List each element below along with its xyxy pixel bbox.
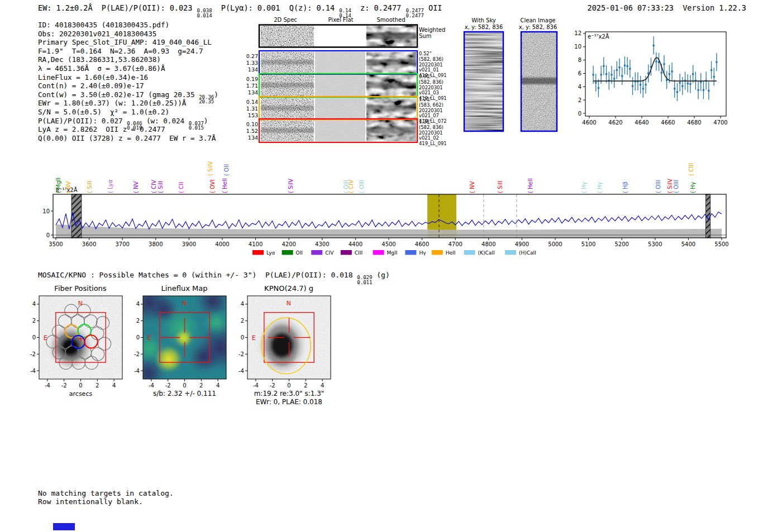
svg-text:4400: 4400 — [349, 241, 363, 247]
cutout-row-left-stats: 0.191.71134 — [240, 76, 258, 95]
svg-text:-4: -4 — [30, 368, 36, 374]
kpno-image-plot: NE-4-4-2-2002244m:19.2 re:3.0" s:1.3"EWr… — [239, 282, 340, 410]
svg-text:e⁻¹⁷x2Å: e⁻¹⁷x2Å — [588, 33, 609, 40]
svg-text:3800: 3800 — [149, 241, 163, 247]
clean-image — [519, 30, 561, 133]
svg-text:4: 4 — [32, 301, 36, 307]
svg-text:-2: -2 — [134, 351, 140, 357]
svg-text:( CIII: ( CIII — [688, 163, 694, 176]
svg-text:( Lyα: ( Lyα — [107, 179, 113, 193]
svg-text:E: E — [252, 334, 256, 342]
full-spectrum-plot: 3500360037003800390040004100420043004400… — [34, 148, 748, 262]
svg-text:4: 4 — [578, 84, 581, 90]
svg-text:-4: -4 — [45, 382, 50, 389]
svg-text:( SiII: ( SiII — [87, 181, 93, 193]
svg-text:6: 6 — [578, 70, 581, 76]
stacked-uncertainty: 0.0380.014 — [197, 8, 212, 18]
svg-text:3500: 3500 — [49, 241, 63, 247]
svg-text:MgII: MgII — [387, 250, 398, 256]
svg-text:( OVI: ( OVI — [209, 179, 216, 193]
svg-text:-2: -2 — [165, 382, 171, 389]
cutout-row-right-meta: 1.38"(582, 836)20220301v021_02419_LL_091 — [419, 119, 447, 147]
svg-text:5400: 5400 — [681, 241, 695, 247]
svg-text:-4: -4 — [239, 368, 244, 374]
svg-text:4100: 4100 — [249, 241, 263, 247]
info-line: Obs: 20220301v021_4018300435 — [38, 30, 218, 39]
svg-text:( SiIV: ( SiIV — [288, 179, 294, 193]
svg-text:4: 4 — [112, 382, 116, 389]
svg-text:( SiIV: ( SiIV — [207, 161, 213, 176]
svg-text:-2: -2 — [61, 382, 67, 389]
svg-text:N: N — [287, 300, 291, 307]
svg-text:0: 0 — [32, 334, 36, 341]
svg-text:-2: -2 — [270, 382, 275, 389]
footer-blue-bar — [53, 523, 75, 530]
info-line: Q(0.00) OII (3728) z = 0.2477 EW r = 3.7… — [38, 134, 218, 143]
svg-text:4660: 4660 — [661, 119, 675, 126]
timestamp-version: 2025-01-06 07:33:23 Version 1.22.3 — [588, 3, 746, 12]
svg-text:4500: 4500 — [382, 241, 395, 247]
svg-text:0: 0 — [46, 232, 50, 238]
svg-text:( NV: ( NV — [133, 181, 139, 193]
svg-text:E: E — [44, 334, 47, 342]
svg-text:( SiIV: ( SiIV — [667, 179, 673, 193]
stacked-uncertainty: 0.0370.015 — [189, 121, 204, 131]
svg-text:-4: -4 — [149, 382, 154, 389]
svg-text:3900: 3900 — [182, 241, 196, 247]
stacked-uncertainty: 20.3620.35 — [199, 95, 214, 104]
svg-text:4300: 4300 — [315, 241, 329, 247]
svg-text:4680: 4680 — [687, 119, 701, 126]
svg-text:HeII: HeII — [446, 250, 456, 256]
svg-text:( OIII: ( OIII — [655, 180, 661, 193]
svg-text:0: 0 — [79, 382, 82, 389]
svg-text:0: 0 — [136, 334, 140, 341]
info-line: ID: 4018300435 (4018300435.pdf) — [38, 21, 218, 30]
footer-line-2: Row intentionally blank. — [38, 497, 143, 506]
svg-text:0: 0 — [183, 382, 186, 389]
lineflux-map-plot: NE-4-4-2-2002244s/b: 2.32 +/- 0.111 — [134, 282, 235, 402]
svg-text:N: N — [182, 300, 187, 307]
svg-text:( OIII: ( OIII — [673, 180, 679, 193]
with-sky-image — [462, 30, 507, 133]
weighted-sum-label: WeightedSum — [419, 27, 445, 39]
svg-text:4700: 4700 — [448, 241, 462, 247]
svg-text:( HeII: ( HeII — [222, 178, 228, 193]
svg-text:Lyα: Lyα — [266, 250, 275, 256]
svg-text:( Hγ: ( Hγ — [597, 181, 603, 193]
svg-text:( HeII: ( HeII — [527, 178, 533, 193]
svg-text:-4: -4 — [253, 382, 259, 389]
svg-text:CIV: CIV — [325, 250, 334, 256]
info-line: Primary Spec_Slot_IFU_AMP: 419_040_046_L… — [38, 38, 218, 47]
svg-text:( SiII: ( SiII — [497, 181, 503, 193]
info-line: LineFlux = 1.60(±0.34)e-16 — [38, 73, 218, 82]
with-sky-title: With Sky — [471, 17, 496, 23]
svg-text:CIII: CIII — [355, 250, 363, 256]
svg-text:( NV: ( NV — [469, 181, 475, 193]
svg-text:12: 12 — [574, 30, 581, 36]
svg-text:3700: 3700 — [115, 241, 129, 247]
info-line: F=1.9" T=0.164 N=2.36 A=0.93 g=24.7 — [38, 47, 218, 56]
svg-text:( OIII: ( OIII — [359, 180, 365, 193]
svg-text:m:19.2 re:3.0" s:1.3": m:19.2 re:3.0" s:1.3" — [254, 390, 325, 397]
svg-text:4620: 4620 — [608, 119, 622, 126]
svg-text:4: 4 — [216, 382, 220, 389]
summary-stats-header: EW: 1.2±0.2Å P(LAE)/P(OII): 0.023 0.0380… — [38, 3, 442, 18]
svg-text:( OII: ( OII — [223, 164, 230, 176]
svg-text:( NV: ( NV — [65, 181, 71, 193]
svg-text:2: 2 — [578, 97, 581, 103]
svg-text:( SiII: ( SiII — [158, 181, 164, 193]
svg-text:N: N — [78, 300, 83, 307]
info-line: EWr = 1.80(±0.37) (w: 1.20(±0.25))Å — [38, 99, 218, 108]
svg-text:10: 10 — [574, 44, 581, 50]
svg-text:4: 4 — [321, 382, 324, 389]
svg-text:2: 2 — [96, 382, 99, 389]
svg-text:0: 0 — [578, 111, 581, 117]
svg-text:5300: 5300 — [648, 241, 662, 247]
info-line: P(LAE)/P(OII): 0.027 0.0460.019 (w: 0.02… — [38, 117, 218, 126]
svg-text:( MgII: ( MgII — [55, 178, 61, 193]
svg-text:OII: OII — [296, 250, 303, 256]
svg-text:-2: -2 — [239, 351, 244, 357]
svg-text:2: 2 — [136, 318, 140, 324]
svg-text:4800: 4800 — [481, 241, 495, 247]
svg-text:Hγ: Hγ — [419, 250, 426, 256]
